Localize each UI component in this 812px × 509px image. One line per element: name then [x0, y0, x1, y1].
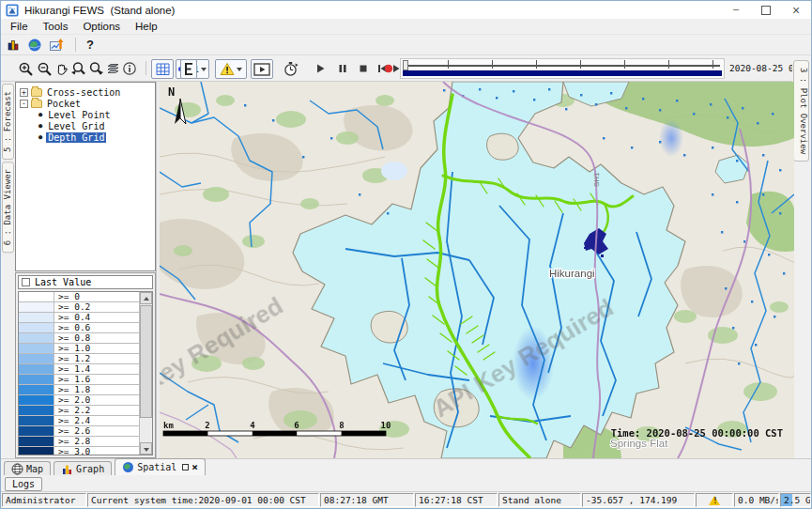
legend-color-swatch	[19, 437, 54, 446]
grid-icon[interactable]	[151, 59, 174, 79]
spatial-display-icon[interactable]	[49, 38, 65, 53]
map-time-label: Time: 2020-08-25 00:00:00 CST	[611, 427, 783, 439]
left-tab-strip: 5 : Forecast6 : Data Viewer	[1, 82, 15, 458]
side-tab[interactable]: 3 : Plot Overview	[793, 60, 809, 162]
warning-icon	[220, 62, 235, 76]
legend-label: >= 0.4	[54, 313, 139, 322]
svg-text:6: 6	[294, 421, 299, 430]
bullet-icon: ●	[38, 133, 42, 141]
tab-map[interactable]: Map	[4, 461, 51, 475]
tree-expander-icon[interactable]: +	[20, 88, 28, 97]
bullet-icon: ●	[38, 122, 42, 130]
legend-label: >= 3.0	[54, 447, 139, 455]
layers-icon[interactable]	[103, 59, 122, 78]
main-toolbar: ?	[1, 35, 811, 55]
status-cell-text: 2.5 GB	[784, 495, 811, 505]
maximize-button[interactable]	[751, 1, 781, 19]
legend-label: >= 0.6	[54, 323, 139, 332]
bottom-tab-bar: Map Graph Spatial	[1, 458, 811, 475]
zoom-out-icon[interactable]	[35, 59, 54, 78]
tab-spatial[interactable]: Spatial	[115, 458, 206, 475]
status-cell-text: 08:27:18 GMT	[324, 495, 389, 505]
status-bar: Administrator Current system time:2020-0…	[1, 491, 811, 508]
explorer-icon[interactable]	[6, 38, 21, 53]
svg-text:4: 4	[250, 421, 255, 430]
side-tab[interactable]: 5 : Forecast	[2, 84, 14, 160]
zoom-in-icon[interactable]	[16, 59, 35, 78]
tree-item[interactable]: - ● Pocket	[20, 98, 155, 109]
svg-text:km: km	[163, 421, 174, 430]
tree-item[interactable]: ● Depth Grid	[37, 131, 155, 143]
tree-expander-icon[interactable]: -	[20, 100, 28, 108]
vertical-profile-icon[interactable]	[180, 59, 197, 79]
legend-scrollbar[interactable]	[139, 292, 152, 455]
record-icon[interactable]	[383, 63, 394, 74]
animation-icon[interactable]	[251, 59, 273, 79]
zoom-previous-icon[interactable]	[69, 59, 87, 78]
status-cell: Current system time:2020-09-01 00:00 CST	[87, 493, 319, 507]
tree-item-label: Depth Grid	[46, 132, 106, 143]
map-globe-icon[interactable]	[27, 38, 42, 53]
pan-icon[interactable]	[52, 59, 70, 78]
pause-icon[interactable]	[333, 59, 352, 78]
legend-color-swatch	[19, 344, 54, 353]
legend-color-swatch	[19, 426, 54, 436]
side-tab[interactable]: 6 : Data Viewer	[2, 162, 14, 253]
timeline-slider[interactable]	[400, 58, 725, 79]
help-icon[interactable]: ?	[86, 38, 94, 52]
legend-label: >= 0.8	[54, 333, 139, 343]
tree-item[interactable]: ● Level Point	[37, 109, 155, 120]
tab-graph[interactable]: Graph	[54, 461, 112, 475]
legend-color-swatch	[19, 406, 54, 415]
map-canvas[interactable]: API Key Required API Key Required Hikura…	[160, 82, 794, 458]
map-toolbar: 0.1	[1, 55, 811, 82]
menu-item[interactable]: Tools	[36, 21, 76, 32]
scroll-up-icon[interactable]	[140, 292, 152, 304]
timer-icon[interactable]	[281, 59, 299, 78]
app-window: Hikurangi FEWS (Stand alone) FileToolsOp…	[0, 0, 812, 509]
status-warning-icon	[709, 496, 720, 505]
last-value-label: Last Value	[35, 277, 91, 287]
minimize-button[interactable]	[721, 1, 751, 19]
legend-label: >= 2.8	[54, 437, 139, 446]
legend-label: >= 1.6	[54, 375, 139, 384]
tree-item-label: Level Point	[46, 110, 112, 120]
legend-label: >= 2.4	[54, 416, 139, 425]
tab-close-icon[interactable]	[192, 464, 198, 471]
legend-label: >= 0.2	[54, 302, 139, 312]
legend-color-swatch	[19, 302, 54, 312]
legend-row[interactable]: >= 3.0	[19, 447, 139, 455]
logs-button[interactable]: Logs	[5, 477, 42, 491]
play-icon[interactable]	[311, 59, 329, 78]
scroll-down-icon[interactable]	[140, 442, 152, 455]
last-value-row: Last Value	[18, 275, 153, 289]
tab-maximize-icon[interactable]	[182, 464, 189, 470]
legend-color-swatch	[19, 333, 54, 343]
tree-item[interactable]: ● Level Grid	[37, 120, 155, 131]
tab-spatial-label: Spatial	[137, 462, 176, 472]
toolbar-separator	[146, 61, 146, 75]
close-button[interactable]	[781, 1, 811, 19]
info-icon[interactable]	[120, 59, 139, 78]
legend-color-swatch	[19, 292, 54, 301]
legend-color-swatch	[19, 313, 54, 322]
menu-item[interactable]: File	[3, 21, 36, 32]
svg-text:SH1: SH1	[592, 172, 601, 187]
timeline-thumb[interactable]	[403, 60, 408, 70]
status-cell: 2.5 GB	[780, 493, 811, 507]
status-cell-text: -35.657 , 174.199	[586, 495, 677, 505]
status-cell-text: 16:27:18 CST	[419, 495, 483, 505]
tree-item[interactable]: + ● Cross-section	[20, 86, 155, 98]
scrollbar-thumb[interactable]	[140, 305, 152, 418]
zoom-next-icon[interactable]	[86, 59, 105, 78]
app-logo-icon	[6, 4, 19, 17]
tab-map-label: Map	[26, 464, 43, 474]
legend-color-swatch	[19, 375, 54, 384]
last-value-checkbox[interactable]	[22, 278, 30, 286]
menu-item[interactable]: Options	[75, 21, 128, 32]
toolbar-separator	[75, 38, 76, 52]
menu-item[interactable]: Help	[128, 21, 165, 32]
warning-dropdown[interactable]	[215, 59, 247, 79]
legend-color-swatch	[19, 364, 54, 374]
stop-icon[interactable]	[354, 59, 373, 78]
